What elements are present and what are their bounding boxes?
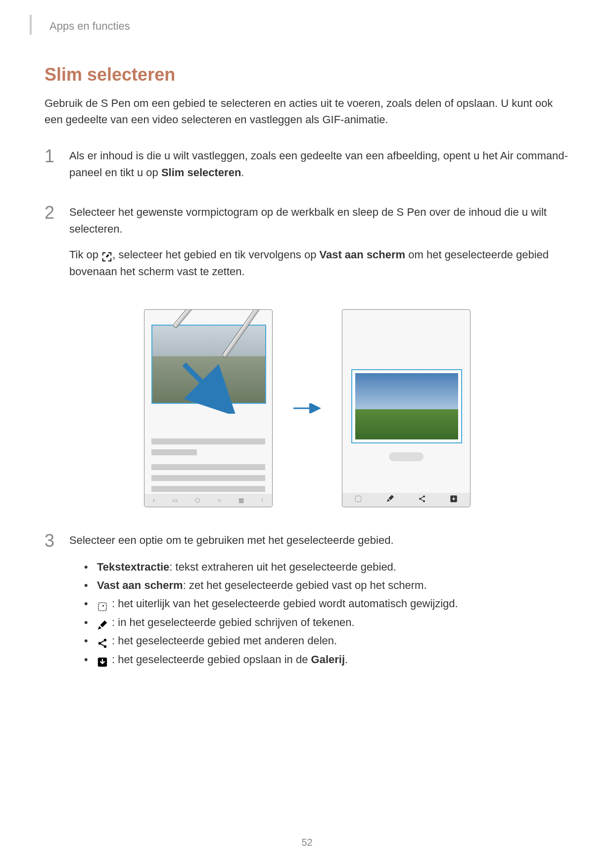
svg-point-6 <box>102 605 104 606</box>
step-1-body: Als er inhoud is die u wilt vastleggen, … <box>69 147 569 190</box>
svg-point-4 <box>423 500 425 502</box>
step-2-p1: Selecteer het gewenste vormpictogram op … <box>69 204 569 238</box>
drag-arrow-icon <box>179 359 238 414</box>
share-icon <box>418 495 426 505</box>
main-content: Slim selecteren Gebruik de S Pen om een … <box>45 64 569 669</box>
pin-select-icon <box>101 250 112 261</box>
transition-arrow-icon <box>292 403 322 413</box>
bullet-share: : het geselecteerde gebied met anderen d… <box>84 631 569 650</box>
svg-point-9 <box>104 645 107 648</box>
step-1-number: 1 <box>45 147 69 190</box>
placeholder-lines <box>151 438 265 497</box>
device-after <box>342 309 471 507</box>
draw-icon <box>97 618 108 628</box>
pinned-image <box>355 373 458 439</box>
bullet-vast-aan-scherm: Vast aan scherm: zet het geselecteerde g… <box>84 576 569 594</box>
svg-point-8 <box>98 642 101 645</box>
step-3-text: Selecteer een optie om te gebruiken met … <box>69 532 569 549</box>
auto-shape-icon <box>97 599 108 610</box>
intro-paragraph: Gebruik de S Pen om een gebied te select… <box>45 95 569 128</box>
toolbar-before: ›▭⬠○▦⁝ <box>144 494 272 507</box>
toolbar-after <box>342 493 470 507</box>
step-1-bold: Slim selecteren <box>161 166 241 179</box>
step-3-body: Selecteer een optie om te gebruiken met … <box>69 532 569 669</box>
page-title: Slim selecteren <box>45 64 569 85</box>
step-3: 3 Selecteer een optie om te gebruiken me… <box>45 532 569 669</box>
bullet-auto-shape: : het uiterlijk van het geselecteerde ge… <box>84 594 569 613</box>
header-accent-bar <box>30 15 32 35</box>
save-icon <box>97 655 108 666</box>
step-2: 2 Selecteer het gewenste vormpictogram o… <box>45 204 569 289</box>
bullet-draw: : in het geselecteerde gebied schrijven … <box>84 613 569 631</box>
header-section: Apps en functies <box>49 20 130 33</box>
auto-shape-icon <box>354 495 362 505</box>
svg-point-7 <box>104 639 107 642</box>
illustration: ›▭⬠○▦⁝ <box>45 309 569 507</box>
bullet-list: Tekstextractie: tekst extraheren uit het… <box>69 558 569 669</box>
svg-line-0 <box>184 364 219 399</box>
step-2-body: Selecteer het gewenste vormpictogram op … <box>69 204 569 289</box>
bullet-save: : het geselecteerde gebied opslaan in de… <box>84 650 569 669</box>
step-2-p2: Tik op , selecteer het gebied en tik ver… <box>69 246 569 280</box>
step-2-number: 2 <box>45 204 69 289</box>
svg-point-3 <box>419 498 421 500</box>
draw-icon <box>386 495 394 505</box>
step-1-text-b: . <box>241 166 244 179</box>
pinned-area <box>351 369 462 443</box>
svg-point-2 <box>423 495 425 497</box>
device-before: ›▭⬠○▦⁝ <box>144 309 273 507</box>
share-icon <box>97 636 108 647</box>
step-1-text-a: Als er inhoud is die u wilt vastleggen, … <box>69 149 568 179</box>
step-3-number: 3 <box>45 532 69 669</box>
page-number: 52 <box>0 837 614 848</box>
bullet-tekstextractie: Tekstextractie: tekst extraheren uit het… <box>84 558 569 576</box>
step-1: 1 Als er inhoud is die u wilt vastleggen… <box>45 147 569 190</box>
save-icon <box>450 495 458 505</box>
handle-pill <box>389 452 424 461</box>
